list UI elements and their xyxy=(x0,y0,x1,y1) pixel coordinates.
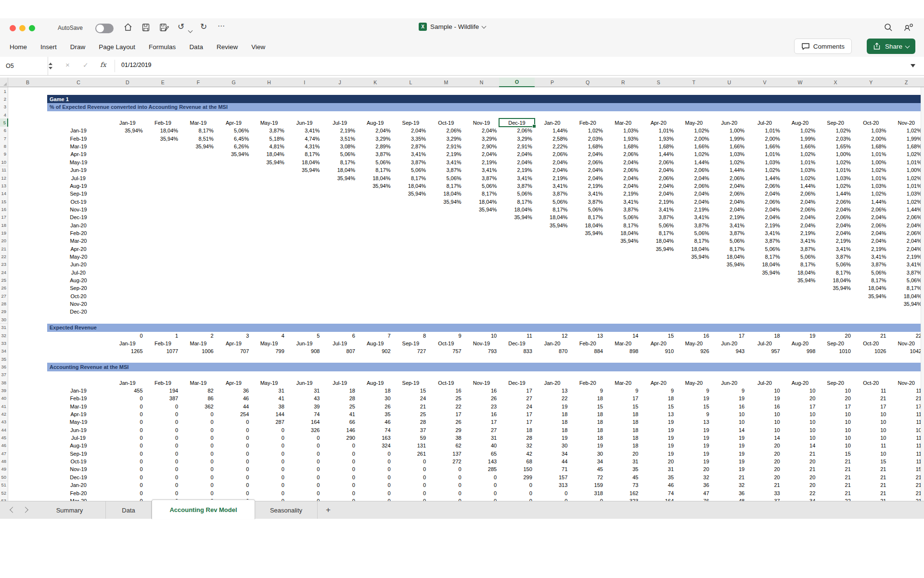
column-header-G[interactable]: G xyxy=(216,78,252,87)
cell-row-label-Sep-19[interactable]: Sep-19 xyxy=(47,190,110,198)
comments-button[interactable]: Comments xyxy=(794,39,852,54)
cell-pct-Dec-19-Feb-20[interactable]: 8,17% xyxy=(570,213,605,222)
cell-month-header-Jun-20[interactable]: Jun-20 xyxy=(712,118,747,127)
cell-pct-Sep-19-Jun-20[interactable]: 2,06% xyxy=(712,190,747,198)
save-icon[interactable] xyxy=(141,22,151,33)
cell-pct-Mar-19-Oct-19[interactable]: 2,91% xyxy=(428,142,464,150)
cell-ar-Nov-19-Mar-20[interactable]: 35 xyxy=(605,465,641,473)
cell-pct-May-20-Oct-20[interactable]: 3,41% xyxy=(853,252,889,261)
cell-pct-Jan-20-May-20[interactable]: 3,87% xyxy=(676,221,712,229)
cell-er-month-Aug-19[interactable]: Aug-19 xyxy=(358,339,393,347)
cell-ar-Feb-19-Jan-20[interactable]: 22 xyxy=(535,394,570,403)
band-accounting-revenue[interactable]: Accounting Revenue at the MSI xyxy=(47,363,924,371)
cell-pct-Dec-19-Dec-19[interactable]: 35,94% xyxy=(499,213,535,222)
cell-ar-Mar-20-Oct-19[interactable]: 0 xyxy=(428,497,464,501)
sheet-nav-right-icon[interactable] xyxy=(22,507,28,513)
cell-er-index-15[interactable]: 15 xyxy=(641,331,676,340)
cell-er-month-Mar-20[interactable]: Mar-20 xyxy=(605,339,641,347)
cell-er-value-Jan-19[interactable]: 1265 xyxy=(110,347,145,355)
cell-ar-Oct-19-Jun-20[interactable]: 19 xyxy=(712,457,747,465)
cell-ar-Jul-19-Dec-19[interactable]: 28 xyxy=(499,434,535,442)
cell-pct-Mar-19-Jan-20[interactable]: 2,22% xyxy=(535,142,570,150)
cell-ar-Jan-19-Dec-19[interactable]: 17 xyxy=(499,386,535,394)
column-header-K[interactable]: K xyxy=(358,78,394,87)
cell-ar-Jun-19-Feb-19[interactable]: 0 xyxy=(145,426,181,434)
cell-ar-Jun-19-Aug-20[interactable]: 10 xyxy=(783,426,818,434)
cell-ar-Dec-19-Nov-20[interactable]: 21 xyxy=(888,473,924,481)
cell-pct-Aug-19-Aug-20[interactable]: 1,44% xyxy=(783,182,818,190)
cell-er-value-Jan-20[interactable]: 870 xyxy=(535,347,570,355)
cell-ar-Nov-19-May-19[interactable]: 0 xyxy=(251,465,287,473)
ribbon-tab-draw[interactable]: Draw xyxy=(64,39,92,54)
cell-er-index-3[interactable]: 3 xyxy=(216,331,252,340)
cell-pct-Jun-19-May-20[interactable]: 2,06% xyxy=(676,166,712,174)
cell-er-month-Feb-20[interactable]: Feb-20 xyxy=(570,339,605,347)
cell-pct-May-19-Sep-20[interactable]: 1,02% xyxy=(818,158,853,166)
row-header-23[interactable]: 23 xyxy=(0,261,8,269)
column-header-E[interactable]: E xyxy=(145,78,181,87)
cell-pct-Mar-20-Jul-20[interactable]: 3,87% xyxy=(747,237,783,245)
cell-ar-Feb-20-Jun-19[interactable]: 0 xyxy=(287,489,322,497)
cell-er-month-May-19[interactable]: May-19 xyxy=(251,339,287,347)
cell-ar-Aug-19-Jul-20[interactable]: 20 xyxy=(747,442,783,450)
cell-ar-May-19-Aug-20[interactable]: 10 xyxy=(783,418,818,426)
cell-ar-label-Jun-19[interactable]: Jun-19 xyxy=(47,426,110,434)
cell-pct-Nov-19-Jul-20[interactable]: 2,04% xyxy=(747,205,783,213)
cell-ar-month-May-20[interactable]: May-20 xyxy=(676,379,712,387)
cell-ar-Jan-20-Aug-19[interactable]: 0 xyxy=(358,481,393,489)
cell-ar-Apr-19-Dec-19[interactable]: 17 xyxy=(499,410,535,418)
cell-pct-Jan-19-Sep-19[interactable]: 2,04% xyxy=(393,127,429,135)
cell-pct-Feb-19-Jun-20[interactable]: 1,99% xyxy=(712,134,747,143)
cell-pct-Feb-19-Feb-20[interactable]: 2,03% xyxy=(570,134,605,143)
cell-ar-May-19-Oct-20[interactable]: 10 xyxy=(853,418,889,426)
cell-er-value-Nov-19[interactable]: 793 xyxy=(464,347,500,355)
row-header-3[interactable]: 3 xyxy=(0,103,8,111)
cell-ar-Jan-20-Oct-19[interactable]: 0 xyxy=(428,481,464,489)
cell-pct-Sep-19-Nov-19[interactable]: 8,17% xyxy=(464,190,500,198)
cell-ar-Feb-20-Sep-19[interactable]: 0 xyxy=(393,489,429,497)
cell-pct-Oct-19-Oct-20[interactable]: 1,44% xyxy=(853,197,889,206)
cell-pct-Dec-19-Sep-20[interactable]: 2,06% xyxy=(818,213,853,222)
cell-pct-Jun-19-Sep-19[interactable]: 5,06% xyxy=(393,166,429,174)
cell-pct-Nov-19-Dec-19[interactable]: 18,04% xyxy=(499,205,535,213)
cell-ar-Dec-19-Aug-19[interactable]: 0 xyxy=(358,473,393,481)
cell-pct-Apr-19-May-20[interactable]: 1,02% xyxy=(676,150,712,158)
cell-ar-Mar-20-May-20[interactable]: 76 xyxy=(676,497,712,501)
cell-ar-Mar-19-Jun-20[interactable]: 16 xyxy=(712,402,747,410)
cell-ar-Dec-19-Jun-20[interactable]: 21 xyxy=(712,473,747,481)
cell-ar-Dec-19-May-20[interactable]: 32 xyxy=(676,473,712,481)
sheet-tab-seasonality[interactable]: Seasonality xyxy=(255,501,318,519)
row-header-11[interactable]: 11 xyxy=(0,166,8,174)
row-header-7[interactable]: 7 xyxy=(0,134,8,143)
cell-ar-Jan-19-Jul-20[interactable]: 10 xyxy=(747,386,783,394)
cell-er-value-Sep-19[interactable]: 727 xyxy=(393,347,429,355)
cell-pct-Dec-19-Nov-20[interactable]: 2,06% xyxy=(888,213,924,222)
cell-pct-May-20-Jul-20[interactable]: 8,17% xyxy=(747,252,783,261)
cell-er-month-Apr-19[interactable]: Apr-19 xyxy=(216,339,252,347)
cell-pct-Jan-19-Mar-19[interactable]: 8,17% xyxy=(180,127,216,135)
cell-ar-Mar-20-Mar-20[interactable]: 323 xyxy=(605,497,641,501)
cell-ar-Nov-19-Oct-19[interactable]: 0 xyxy=(428,465,464,473)
cell-ar-Jun-19-Oct-20[interactable]: 10 xyxy=(853,426,889,434)
cell-er-value-Aug-20[interactable]: 998 xyxy=(783,347,818,355)
row-header-21[interactable]: 21 xyxy=(0,245,8,253)
cell-ar-Jun-19-Dec-19[interactable]: 18 xyxy=(499,426,535,434)
cell-er-value-Aug-19[interactable]: 902 xyxy=(358,347,393,355)
cell-pct-Sep-19-Oct-20[interactable]: 1,02% xyxy=(853,190,889,198)
row-header-18[interactable]: 18 xyxy=(0,221,8,229)
ribbon-tab-review[interactable]: Review xyxy=(210,39,244,54)
cell-pct-Jul-19-Oct-19[interactable]: 5,06% xyxy=(428,174,464,182)
cell-er-month-Apr-20[interactable]: Apr-20 xyxy=(641,339,676,347)
cell-ar-Mar-20-Jul-19[interactable]: 0 xyxy=(322,497,358,501)
cell-pct-Jun-19-Jun-20[interactable]: 1,44% xyxy=(712,166,747,174)
cell-pct-Feb-20-Mar-20[interactable]: 18,04% xyxy=(605,229,641,237)
cell-ar-Jul-19-Feb-19[interactable]: 0 xyxy=(145,434,181,442)
cell-ar-May-19-Mar-19[interactable]: 0 xyxy=(180,418,216,426)
cell-ar-Jun-19-Jun-20[interactable]: 14 xyxy=(712,426,747,434)
cell-ar-Sep-19-Mar-20[interactable]: 20 xyxy=(605,449,641,458)
cell-pct-Apr-20-Sep-20[interactable]: 3,41% xyxy=(818,245,853,253)
cell-pct-Jan-20-Aug-20[interactable]: 2,04% xyxy=(783,221,818,229)
cell-ar-Jan-20-May-19[interactable]: 0 xyxy=(251,481,287,489)
cell-ar-Apr-19-Jul-19[interactable]: 41 xyxy=(322,410,358,418)
cell-ar-Jan-19-Mar-20[interactable]: 9 xyxy=(605,386,641,394)
